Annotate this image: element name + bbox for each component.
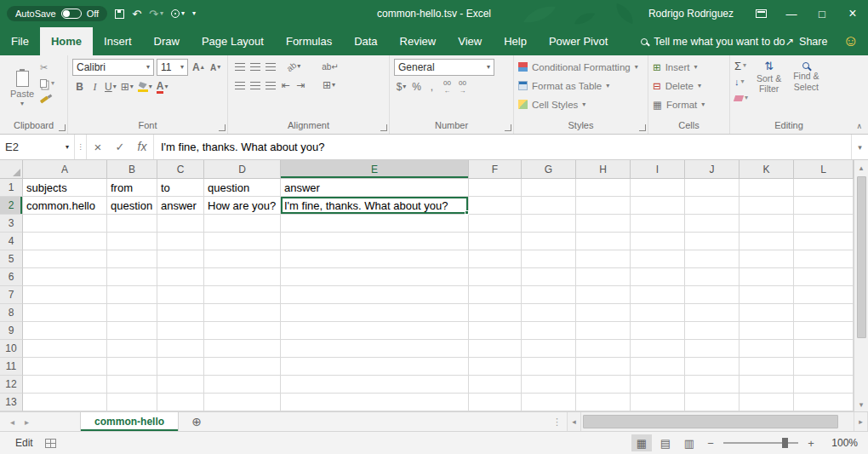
clear-button[interactable]: ▾ [734,91,748,105]
cell-a4[interactable] [23,233,107,250]
cell-g1[interactable] [522,179,576,197]
cell-i8[interactable] [631,304,685,322]
cell-e12[interactable] [281,376,469,394]
cell-b4[interactable] [107,233,157,250]
cell-f6[interactable] [469,268,522,286]
cell-h12[interactable] [576,376,631,394]
row-header-11[interactable]: 11 [0,358,23,376]
cell-f11[interactable] [469,358,522,376]
row-header-13[interactable]: 13 [0,394,23,411]
number-dialog-launcher[interactable] [505,124,511,131]
cell-i11[interactable] [631,358,685,376]
cell-a5[interactable] [23,250,107,268]
insert-function-button[interactable]: fx [131,140,153,154]
format-painter-button[interactable] [40,93,54,106]
column-header-g[interactable]: G [522,160,576,179]
previous-sheet-button[interactable]: ◂ [10,417,14,427]
cell-b10[interactable] [107,340,157,358]
undo-button[interactable]: ↶ [132,9,141,20]
underline-button[interactable]: U▾ [103,79,118,95]
cell-d1[interactable]: question [204,179,281,197]
cell-h11[interactable] [576,358,631,376]
cell-d5[interactable] [204,250,281,268]
italic-button[interactable]: I [88,79,102,95]
paste-button[interactable]: Paste ▾ [4,59,40,119]
cell-i3[interactable] [631,215,685,233]
cell-i12[interactable] [631,376,685,394]
cell-j3[interactable] [685,215,740,233]
cell-j9[interactable] [685,322,740,340]
zoom-level[interactable]: 100% [822,437,858,449]
cell-h2[interactable] [576,197,631,215]
cell-i4[interactable] [631,233,685,250]
tell-me-box[interactable]: Tell me what you want to do [641,27,785,55]
cell-d6[interactable] [204,268,281,286]
align-right-button[interactable] [263,78,277,93]
cell-b11[interactable] [107,358,157,376]
cell-k11[interactable] [740,358,794,376]
styles-dialog-launcher[interactable] [639,124,646,131]
cell-e13[interactable] [281,394,469,411]
cell-c10[interactable] [157,340,204,358]
cell-e7[interactable] [281,286,469,304]
cell-g6[interactable] [522,268,576,286]
cell-f8[interactable] [469,304,522,322]
row-header-12[interactable]: 12 [0,376,23,394]
conditional-formatting-button[interactable]: Conditional Formatting ▾ [518,59,638,75]
cell-e6[interactable] [281,268,469,286]
orientation-button[interactable]: ab▾ [285,59,302,74]
cell-d7[interactable] [204,286,281,304]
decrease-indent-button[interactable]: ⇤ [278,78,293,93]
cell-i7[interactable] [631,286,685,304]
cell-k13[interactable] [740,394,794,411]
column-header-d[interactable]: D [204,160,281,179]
cell-e3[interactable] [281,215,469,233]
cell-l13[interactable] [794,394,854,411]
cell-d13[interactable] [204,394,281,411]
autosave-toggle[interactable]: AutoSave Off [7,6,107,21]
increase-font-button[interactable]: A▴ [191,60,206,75]
cell-k9[interactable] [740,322,794,340]
wrap-text-button[interactable]: ab↵ [320,59,340,74]
cell-i2[interactable] [631,197,685,215]
column-header-h[interactable]: H [576,160,631,179]
cell-j5[interactable] [685,250,740,268]
cell-e2[interactable]: I'm fine, thanks. What about you? [281,197,469,215]
cell-k4[interactable] [740,233,794,250]
cell-a7[interactable] [23,286,107,304]
cell-c8[interactable] [157,304,204,322]
cell-i1[interactable] [631,179,685,197]
cell-c7[interactable] [157,286,204,304]
cell-b2[interactable]: question [107,197,157,215]
cell-l10[interactable] [794,340,854,358]
touch-mode-button[interactable]: ▾ [171,9,185,18]
maximize-button[interactable]: □ [807,0,837,27]
align-middle-button[interactable] [248,59,262,74]
column-header-l[interactable]: L [794,160,854,179]
decrease-font-button[interactable]: A▾ [208,60,223,75]
cell-j2[interactable] [685,197,740,215]
zoom-in-button[interactable]: + [803,437,819,450]
cell-g12[interactable] [522,376,576,394]
column-header-a[interactable]: A [23,160,107,179]
fill-button[interactable]: ↓▾ [734,75,748,89]
cell-c12[interactable] [157,376,204,394]
cell-g7[interactable] [522,286,576,304]
tab-page-layout[interactable]: Page Layout [191,27,275,55]
row-header-6[interactable]: 6 [0,268,23,286]
cut-button[interactable]: ✂ [40,60,54,74]
cell-j1[interactable] [685,179,740,197]
tab-file[interactable]: File [0,27,40,55]
cell-l8[interactable] [794,304,854,322]
feedback-smiley-button[interactable]: ☺ [842,27,868,55]
share-button[interactable]: ↗ Share [785,27,843,55]
cell-h13[interactable] [576,394,631,411]
cell-d3[interactable] [204,215,281,233]
format-as-table-button[interactable]: Format as Table ▾ [518,78,638,94]
cell-k7[interactable] [740,286,794,304]
page-layout-view-button[interactable]: ▤ [655,434,676,451]
cell-g11[interactable] [522,358,576,376]
formula-input[interactable]: I'm fine, thanks. What about you? [154,135,851,159]
cell-b3[interactable] [107,215,157,233]
cell-j6[interactable] [685,268,740,286]
